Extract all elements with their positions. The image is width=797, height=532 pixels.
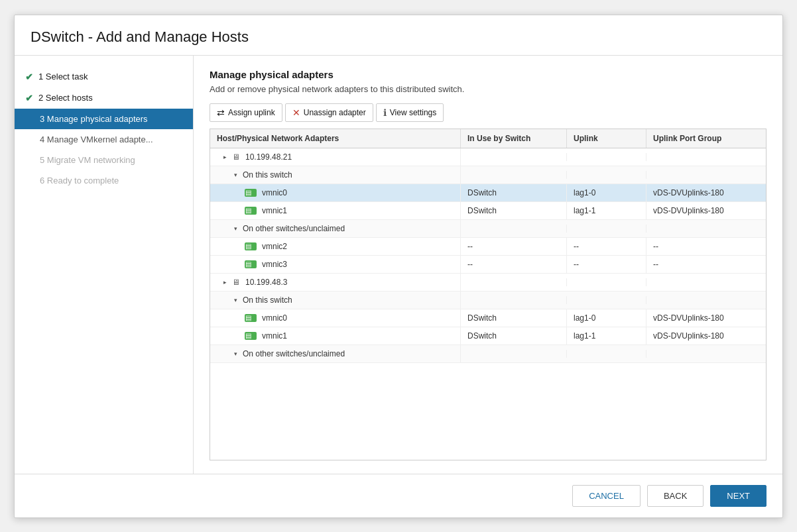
row-port-group: vDS-DVUplinks-180	[646, 202, 766, 219]
collapse-arrow-icon[interactable]: ▾	[234, 297, 237, 303]
row-uplink: lag1-0	[567, 309, 646, 327]
row-label: vmnic0	[262, 313, 287, 323]
nic-icon	[245, 207, 257, 215]
assign-uplink-icon: ⇄	[217, 107, 225, 118]
row-in-use: --	[461, 256, 567, 273]
sidebar-item-step4[interactable]: 4 Manage VMkernel adapte...	[15, 129, 193, 150]
row-label: On this switch	[243, 295, 292, 305]
table-row[interactable]: vmnic3------	[210, 256, 766, 274]
row-uplink	[567, 225, 646, 233]
row-label: 10.199.48.3	[245, 278, 287, 287]
row-uplink	[567, 350, 646, 358]
nic-icon	[245, 189, 257, 197]
nic-icon	[245, 260, 257, 268]
table-row[interactable]: vmnic1DSwitchlag1-1vDS-DVUplinks-180	[210, 202, 766, 220]
row-in-use	[461, 171, 567, 179]
back-button[interactable]: BACK	[647, 485, 704, 507]
row-port-group	[646, 225, 766, 233]
table-row[interactable]: vmnic0DSwitchlag1-0vDS-DVUplinks-180	[210, 184, 766, 202]
col-host: Host/Physical Network Adapters	[210, 129, 461, 148]
check-icon: ✔	[25, 72, 33, 82]
section-title: Manage physical adapters	[210, 69, 766, 80]
row-uplink: --	[567, 238, 646, 255]
section-desc: Add or remove physical network adapters …	[210, 84, 766, 94]
sidebar-item-label: 1 Select task	[38, 72, 88, 81]
row-label: On other switches/unclaimed	[243, 224, 345, 233]
row-port-group	[646, 296, 766, 304]
table-row: ▾On other switches/unclaimed	[210, 345, 766, 363]
row-uplink	[567, 171, 646, 179]
row-label: vmnic2	[262, 242, 287, 251]
sidebar-item-label: 3 Manage physical adapters	[40, 114, 148, 124]
host-icon: 🖥	[232, 278, 240, 287]
table-row[interactable]: vmnic2------	[210, 238, 766, 256]
row-port-group: --	[646, 238, 766, 255]
sidebar-item-step1[interactable]: ✔1 Select task	[15, 66, 193, 87]
row-port-group: --	[646, 256, 766, 273]
sidebar-item-label: 6 Ready to complete	[40, 176, 119, 186]
sidebar-item-label: 5 Migrate VM networking	[40, 155, 135, 165]
collapse-arrow-icon[interactable]: ▾	[234, 172, 237, 178]
view-settings-button[interactable]: ℹ View settings	[376, 103, 444, 122]
row-label: 10.199.48.21	[245, 152, 292, 162]
sidebar: ✔1 Select task✔2 Select hosts3 Manage ph…	[15, 56, 194, 474]
row-in-use	[461, 278, 567, 286]
row-port-group: vDS-DVUplinks-180	[646, 309, 766, 327]
sidebar-item-step6: 6 Ready to complete	[15, 170, 193, 191]
row-in-use	[461, 153, 567, 161]
row-label: On this switch	[243, 170, 292, 180]
row-in-use	[461, 225, 567, 233]
row-in-use	[461, 296, 567, 304]
check-icon: ✔	[25, 93, 33, 103]
table-row: ▾On this switch	[210, 292, 766, 309]
nic-icon	[245, 332, 257, 340]
col-portgroup: Uplink Port Group	[646, 129, 766, 148]
collapse-arrow-icon[interactable]: ▸	[223, 279, 227, 286]
table-row[interactable]: vmnic0DSwitchlag1-0vDS-DVUplinks-180	[210, 309, 766, 327]
row-in-use: DSwitch	[461, 184, 567, 201]
cancel-button[interactable]: CANCEL	[572, 485, 641, 507]
row-port-group: vDS-DVUplinks-180	[646, 184, 766, 201]
row-port-group	[646, 278, 766, 286]
sidebar-item-step5: 5 Migrate VM networking	[15, 150, 193, 170]
main-content: Manage physical adapters Add or remove p…	[194, 56, 782, 474]
sidebar-item-label: 4 Manage VMkernel adapte...	[40, 134, 153, 144]
toolbar: ⇄ Assign uplink ✕ Unassign adapter ℹ Vie…	[210, 103, 766, 122]
row-uplink: lag1-1	[567, 327, 646, 345]
unassign-icon: ✕	[292, 107, 300, 118]
sidebar-item-step3[interactable]: 3 Manage physical adapters	[15, 109, 193, 129]
collapse-arrow-icon[interactable]: ▸	[223, 154, 227, 160]
table-body[interactable]: ▸🖥10.199.48.21▾On this switchvmnic0DSwit…	[210, 148, 766, 460]
table-row[interactable]: vmnic1DSwitchlag1-1vDS-DVUplinks-180	[210, 327, 766, 345]
sidebar-item-label: 2 Select hosts	[38, 93, 93, 103]
row-port-group	[646, 350, 766, 358]
nic-icon	[245, 314, 257, 322]
table-row: ▾On other switches/unclaimed	[210, 220, 766, 238]
row-label: On other switches/unclaimed	[243, 349, 345, 358]
row-label: vmnic1	[262, 206, 287, 215]
next-button[interactable]: NEXT	[710, 485, 766, 507]
host-icon: 🖥	[232, 152, 240, 162]
sidebar-item-step2[interactable]: ✔2 Select hosts	[15, 87, 193, 109]
row-label: vmnic0	[262, 188, 287, 197]
row-label: vmnic3	[262, 260, 287, 269]
row-uplink: --	[567, 256, 646, 273]
dialog-title: DSwitch - Add and Manage Hosts	[31, 28, 766, 46]
row-in-use: DSwitch	[461, 309, 567, 327]
unassign-adapter-button[interactable]: ✕ Unassign adapter	[285, 103, 373, 122]
table-row: ▸🖥10.199.48.21	[210, 148, 766, 166]
adapters-table: Host/Physical Network Adapters In Use by…	[210, 129, 766, 460]
row-label: vmnic1	[262, 331, 287, 341]
col-inuse: In Use by Switch	[461, 129, 567, 148]
row-uplink: lag1-0	[567, 184, 646, 201]
col-uplink: Uplink	[567, 129, 646, 148]
row-port-group	[646, 171, 766, 179]
row-uplink: lag1-1	[567, 202, 646, 219]
table-row: ▸🖥10.199.48.3	[210, 274, 766, 292]
row-uplink	[567, 278, 646, 286]
collapse-arrow-icon[interactable]: ▾	[234, 350, 237, 357]
table-header: Host/Physical Network Adapters In Use by…	[210, 129, 766, 148]
collapse-arrow-icon[interactable]: ▾	[234, 225, 237, 232]
table-row: ▾On this switch	[210, 166, 766, 184]
assign-uplink-button[interactable]: ⇄ Assign uplink	[210, 103, 282, 122]
